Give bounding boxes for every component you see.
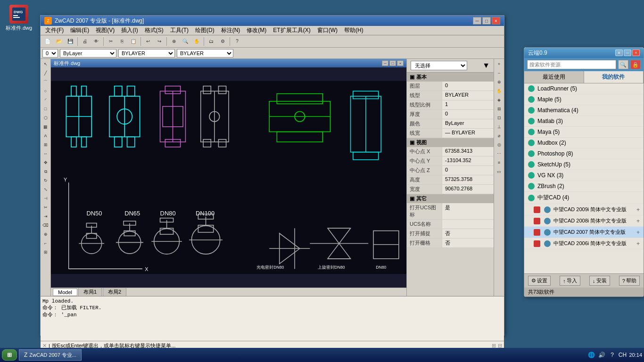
- rt-zoomin[interactable]: +: [495, 60, 504, 68]
- rt-zoomout[interactable]: −: [495, 69, 504, 77]
- cloud-min-btn[interactable]: ─: [624, 49, 631, 56]
- lt-hatch[interactable]: ▦: [41, 123, 50, 131]
- tb-layer[interactable]: 🗂: [206, 37, 216, 46]
- taskbar-item-zwcad[interactable]: Z ZwCAD 2007 专业...: [19, 349, 82, 361]
- tb-save[interactable]: 💾: [65, 37, 75, 46]
- lt-move[interactable]: ✥: [41, 158, 50, 167]
- lt-dim[interactable]: ↔: [41, 149, 50, 158]
- rt-grid[interactable]: ⊞: [495, 105, 504, 113]
- lt-polyline[interactable]: ⌒: [41, 78, 50, 86]
- desktop-icon-dwg[interactable]: DWG 标准件.dwg: [5, 5, 33, 32]
- window-minimize-btn[interactable]: ─: [473, 17, 481, 25]
- cloud-search-button[interactable]: 🔍: [618, 60, 628, 69]
- lt-offset[interactable]: ⊕: [41, 230, 50, 239]
- tb-new[interactable]: 📄: [42, 37, 53, 46]
- cloud-search-input[interactable]: [527, 60, 616, 69]
- rt-pan[interactable]: ✋: [495, 87, 504, 95]
- taskbar-lang-icon[interactable]: CH: [619, 351, 626, 359]
- menu-et[interactable]: ET扩展工具(X): [270, 25, 313, 35]
- menu-file[interactable]: 文件(F): [42, 25, 66, 35]
- sw-add-zwcad2009[interactable]: +: [636, 206, 640, 213]
- layer-select[interactable]: 0: [42, 49, 58, 58]
- lt-arc[interactable]: ◜: [41, 96, 50, 104]
- inner-min-btn[interactable]: ─: [382, 60, 388, 66]
- lt-copy2[interactable]: ⧉: [41, 167, 50, 176]
- lt-scale[interactable]: ⤡: [41, 185, 50, 194]
- cloud-sw-maple[interactable]: Maple (5): [524, 94, 644, 105]
- cloud-sw-mudbox[interactable]: Mudbox (2): [524, 138, 644, 148]
- lt-rect[interactable]: □: [41, 105, 50, 113]
- menu-tools[interactable]: 工具(T): [167, 25, 191, 35]
- lt-rotate[interactable]: ↻: [41, 176, 50, 185]
- menu-view[interactable]: 视图(V): [93, 25, 117, 35]
- rt-polar[interactable]: ⌀: [495, 132, 504, 140]
- menu-dimension[interactable]: 标注(N): [218, 25, 243, 35]
- props-filter-btn[interactable]: ▼: [482, 61, 490, 70]
- lt-array[interactable]: ⊞: [41, 248, 50, 256]
- lt-fillet[interactable]: ⌐: [41, 239, 50, 247]
- cloud-sw-zwcad[interactable]: 中望CAD (4): [524, 192, 644, 204]
- menu-insert[interactable]: 插入(I): [118, 25, 140, 35]
- window-close-btn[interactable]: ×: [492, 17, 500, 25]
- sw-add-zwcad2008[interactable]: +: [636, 218, 640, 224]
- tb-paste[interactable]: 📋: [128, 37, 139, 46]
- cloud-settings-btn[interactable]: ⚙ 设置: [528, 276, 551, 286]
- props-other-header[interactable]: ▣ 其它: [407, 194, 494, 203]
- cloud-sw-maya[interactable]: Maya (5): [524, 127, 644, 138]
- sw-add-zwcad2006[interactable]: +: [636, 240, 640, 247]
- lt-line[interactable]: ╱: [41, 69, 50, 77]
- cloud-sw-zwcad2008[interactable]: 中望CAD 2008i 简体中文专业版 +: [524, 215, 644, 227]
- tab-layout1[interactable]: 布局1: [78, 288, 102, 296]
- lt-erase[interactable]: ⌫: [41, 221, 50, 230]
- taskbar-network-icon[interactable]: 🌐: [587, 351, 595, 359]
- canvas-area[interactable]: DN50 DN65 DN80 DN100: [51, 67, 406, 288]
- inner-close-btn[interactable]: ×: [397, 60, 404, 66]
- start-button[interactable]: ⊞: [2, 349, 17, 361]
- cloud-tab-mysoftware[interactable]: 我的软件: [584, 71, 644, 83]
- rt-obj[interactable]: ◎: [495, 140, 504, 149]
- tb-zoom-win[interactable]: 🔍: [180, 37, 190, 46]
- cloud-install-btn[interactable]: ↓ 安装: [589, 276, 610, 286]
- tb-zoom-ext[interactable]: ⊕: [169, 37, 179, 46]
- lt-extend[interactable]: ⇥: [41, 212, 50, 221]
- menu-edit[interactable]: 编辑(E): [67, 25, 92, 35]
- tab-layout2[interactable]: 布局2: [103, 288, 126, 296]
- rt-model[interactable]: ▭: [495, 167, 504, 176]
- linetype-select[interactable]: ByLayer: [60, 49, 116, 58]
- taskbar-volume-icon[interactable]: 🔊: [598, 351, 605, 359]
- menu-window[interactable]: 窗口(W): [314, 25, 340, 35]
- cloud-import-btn[interactable]: ↑ 导入: [560, 276, 580, 286]
- cloud-sw-sketchup[interactable]: SketchUp (5): [524, 159, 644, 170]
- menu-draw[interactable]: 绘图(D): [192, 25, 217, 35]
- lt-pick[interactable]: ↖: [41, 60, 50, 68]
- tab-model[interactable]: Model: [53, 288, 77, 296]
- cloud-sw-loadrunner[interactable]: LoadRunner (5): [524, 83, 644, 94]
- rt-3d[interactable]: ◈: [495, 96, 504, 104]
- cloud-tab-recent[interactable]: 最近使用: [524, 71, 584, 83]
- menu-format[interactable]: 格式(S): [142, 25, 166, 35]
- cloud-sw-zwcad2006[interactable]: 中望CAD 2006i 简体中文专业版 +: [524, 238, 644, 249]
- linewidth-select[interactable]: BYLAYER: [177, 49, 233, 58]
- menu-modify[interactable]: 修改(M): [244, 25, 269, 35]
- tb-open[interactable]: 📂: [54, 37, 64, 46]
- linecolor-select[interactable]: BYLAYER: [118, 49, 175, 58]
- cloud-sw-zwcad2009[interactable]: 中望CAD 2009i 简体中文专业版 +: [524, 204, 644, 215]
- tb-pan[interactable]: ✋: [191, 37, 202, 46]
- tb-print[interactable]: 🖨: [80, 37, 90, 46]
- lt-block[interactable]: ⊞: [41, 140, 50, 149]
- tb-undo[interactable]: ↩: [143, 37, 153, 46]
- cloud-sw-vgnx[interactable]: VG NX (3): [524, 170, 644, 181]
- cloud-help-btn[interactable]: ? 帮助: [619, 276, 640, 286]
- lt-text[interactable]: A: [41, 132, 50, 140]
- cloud-close-btn[interactable]: ×: [632, 49, 640, 56]
- cloud-sw-zwcad2007[interactable]: 中望CAD 2007 简体中文专业版 +: [524, 227, 644, 238]
- inner-max-btn[interactable]: □: [389, 60, 396, 66]
- lt-trim[interactable]: ✂: [41, 203, 50, 212]
- cloud-sw-mathematica[interactable]: Mathematica (4): [524, 105, 644, 116]
- cloud-sw-matlab[interactable]: Matlab (3): [524, 116, 644, 127]
- taskbar-help-icon[interactable]: ?: [608, 351, 616, 359]
- cloud-lock-button[interactable]: 🔒: [630, 60, 641, 69]
- rt-track[interactable]: ⋯: [495, 149, 504, 158]
- rt-lw[interactable]: ≡: [495, 158, 504, 167]
- lt-circle[interactable]: ○: [41, 87, 50, 95]
